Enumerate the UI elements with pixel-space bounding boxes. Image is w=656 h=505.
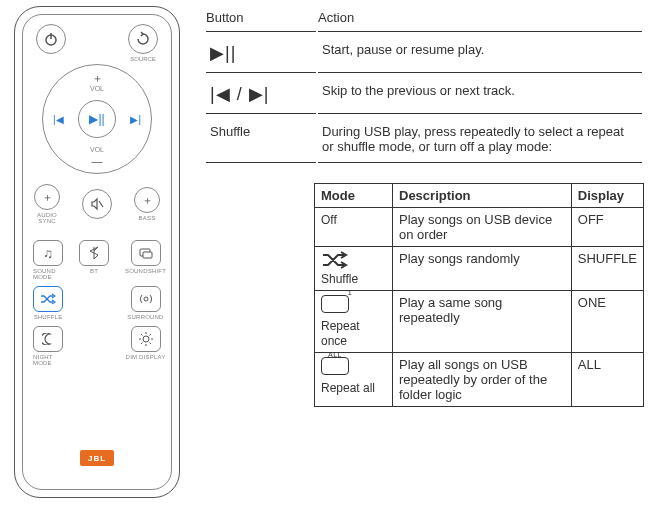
vol-label-bot: VOL	[90, 146, 104, 153]
shuffle-icon	[321, 251, 386, 269]
shuffle-desc: During USB play, press repeatedly to sel…	[318, 116, 642, 163]
bass-button: ＋	[134, 187, 160, 213]
surround-label: SURROUND	[127, 314, 163, 320]
bass-label: BASS	[139, 215, 156, 221]
col-desc: Description	[393, 184, 572, 208]
sound-mode-button: ♫	[33, 240, 63, 266]
mode-shuffle: Shuffle	[321, 272, 358, 286]
svg-point-5	[144, 297, 148, 301]
svg-line-13	[141, 343, 143, 345]
night-mode-button	[33, 326, 63, 352]
repeat-all-icon: ALL	[321, 357, 386, 378]
mode-repeat-all-desc: Play all songs on USB repeatedly by orde…	[393, 353, 572, 407]
vol-label-top: VOL	[90, 85, 104, 92]
col-action: Action	[318, 6, 642, 32]
svg-line-12	[149, 343, 151, 345]
vol-up-icon: ＋	[92, 71, 103, 86]
bt-label: BT	[90, 268, 98, 274]
svg-line-14	[149, 334, 151, 336]
dim-display-label: DIM DISPLAY	[126, 354, 166, 360]
surround-button	[131, 286, 161, 312]
mode-table: Mode Description Display Off Play songs …	[314, 183, 644, 407]
mode-repeat-once: Repeat once	[321, 319, 360, 348]
source-label: SOURCE	[130, 56, 156, 62]
svg-rect-4	[143, 252, 152, 258]
mode-repeat-once-desc: Play a same song repeatedly	[393, 291, 572, 353]
mode-repeat-once-disp: ONE	[571, 291, 643, 353]
shuffle-button	[33, 286, 63, 312]
remote-control-diagram: SOURCE ＋ VOL VOL — |◀ ▶| ▶|| ＋ AUDIO SYN…	[8, 2, 186, 502]
mode-repeat-all: Repeat all	[321, 381, 375, 395]
brand-logo: JBL	[80, 450, 114, 466]
audio-sync-button: ＋	[34, 184, 60, 210]
prev-track-icon: |◀	[53, 114, 64, 125]
mode-off-desc: Play songs on USB device on order	[393, 208, 572, 247]
skip-icon: |◀ / ▶|	[206, 75, 316, 114]
svg-line-11	[141, 334, 143, 336]
mode-repeat-all-disp: ALL	[571, 353, 643, 407]
play-pause-icon: ▶||	[206, 34, 316, 73]
col-display: Display	[571, 184, 643, 208]
bt-button	[79, 240, 109, 266]
play-pause-button: ▶||	[78, 100, 116, 138]
button-action-table: Button Action ▶|| Start, pause or resume…	[204, 4, 644, 165]
play-pause-desc: Start, pause or resume play.	[318, 34, 642, 73]
audio-sync-label: AUDIO SYNC	[37, 212, 57, 224]
nav-wheel: ＋ VOL VOL — |◀ ▶| ▶||	[42, 64, 152, 174]
vol-down-icon: —	[92, 155, 103, 167]
col-mode: Mode	[315, 184, 393, 208]
col-button: Button	[206, 6, 316, 32]
sound-mode-label: SOUND MODE	[33, 268, 63, 280]
soundshift-label: SOUNDSHIFT	[125, 268, 166, 274]
mode-off: Off	[321, 213, 337, 227]
mode-shuffle-disp: SHUFFLE	[571, 247, 643, 291]
shuffle-label: SHUFFLE	[34, 314, 63, 320]
mode-off-disp: OFF	[571, 208, 643, 247]
repeat-once-icon: 1	[321, 295, 386, 316]
next-track-icon: ▶|	[130, 114, 141, 125]
shuffle-name: Shuffle	[206, 116, 316, 163]
night-mode-label: NIGHT MODE	[33, 354, 63, 366]
svg-line-2	[99, 201, 103, 207]
dim-display-button	[131, 326, 161, 352]
mute-button	[82, 189, 112, 219]
mode-shuffle-desc: Play songs randomly	[393, 247, 572, 291]
source-button	[128, 24, 158, 54]
skip-desc: Skip to the previous or next track.	[318, 75, 642, 114]
svg-point-6	[143, 336, 149, 342]
soundshift-button	[131, 240, 161, 266]
power-button	[36, 24, 66, 54]
